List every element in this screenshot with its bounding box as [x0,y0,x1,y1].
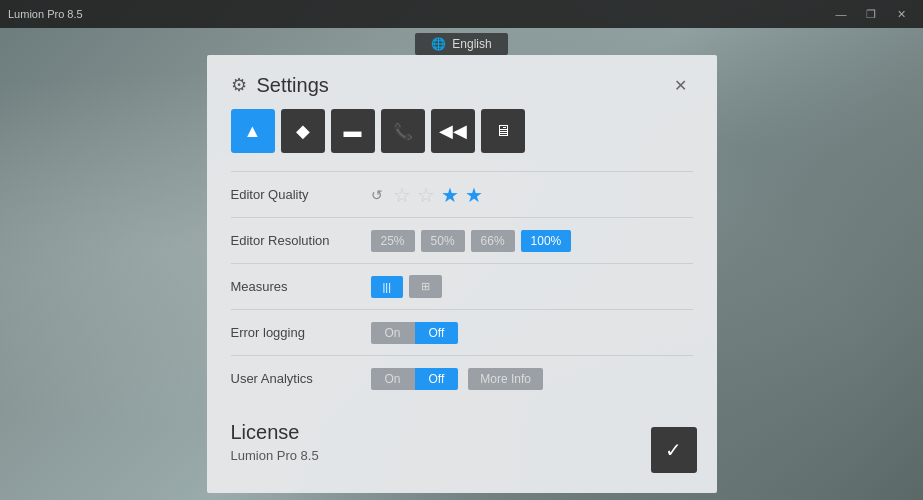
measure-ft-button[interactable]: ⊞ [409,275,442,298]
editor-quality-row: Editor Quality ↺ ☆ ☆ ★ ★ [231,171,693,217]
user-analytics-label: User Analytics [231,371,371,386]
license-section: License Lumion Pro 8.5 [207,401,717,473]
user-analytics-off-button[interactable]: Off [415,368,459,390]
tab-screen[interactable]: ▬ [331,109,375,153]
tab-render[interactable]: ▲ [231,109,275,153]
error-logging-row: Error logging On Off [231,309,693,355]
gear-icon: ⚙ [231,74,247,96]
translate-icon: 🌐 [431,37,446,51]
measures-controls: ||| ⊞ [371,275,443,298]
measure-ft-icon: ⊞ [421,280,430,293]
restore-button[interactable]: ❐ [857,4,885,24]
close-window-button[interactable]: ✕ [887,4,915,24]
display-icon: 🖥 [495,122,511,140]
settings-title-text: Settings [257,74,329,97]
editor-resolution-row: Editor Resolution 25% 50% 66% 100% [231,217,693,263]
res-66-button[interactable]: 66% [471,230,515,252]
measure-m-icon: ||| [383,281,392,293]
minimize-button[interactable]: — [827,4,855,24]
checkmark-icon: ✓ [665,438,682,462]
close-settings-button[interactable]: ✕ [669,73,693,97]
error-logging-on-button[interactable]: On [371,322,415,344]
tab-input[interactable]: 📞 [381,109,425,153]
settings-dialog: ⚙ Settings ✕ ▲ ◆ ▬ 📞 ◀◀ 🖥 Editor Quality [207,55,717,493]
editor-resolution-label: Editor Resolution [231,233,371,248]
user-analytics-toggle: On Off [371,368,459,390]
input-icon: 📞 [393,122,413,141]
language-button[interactable]: 🌐 English [415,33,507,55]
app-title: Lumion Pro 8.5 [8,8,83,20]
star-1[interactable]: ☆ [393,183,411,207]
res-50-button[interactable]: 50% [421,230,465,252]
editor-resolution-controls: 25% 50% 66% 100% [371,230,572,252]
measure-m-button[interactable]: ||| [371,276,404,298]
measures-label: Measures [231,279,371,294]
measures-row: Measures ||| ⊞ [231,263,693,309]
titlebar: Lumion Pro 8.5 — ❐ ✕ [0,0,923,28]
confirm-button[interactable]: ✓ [651,427,697,473]
tab-display[interactable]: 🖥 [481,109,525,153]
settings-header: ⚙ Settings ✕ [207,55,717,109]
user-analytics-row: User Analytics On Off More Info [231,355,693,401]
error-logging-label: Error logging [231,325,371,340]
error-logging-controls: On Off [371,322,459,344]
window-controls: — ❐ ✕ [827,4,915,24]
star-3[interactable]: ★ [441,183,459,207]
tab-sound[interactable]: ◀◀ [431,109,475,153]
editor-quality-controls: ↺ ☆ ☆ ★ ★ [371,183,483,207]
license-name: Lumion Pro 8.5 [231,448,693,463]
tab-import[interactable]: ◆ [281,109,325,153]
settings-body: Editor Quality ↺ ☆ ☆ ★ ★ Editor Resoluti… [207,171,717,401]
star-4[interactable]: ★ [465,183,483,207]
editor-quality-label: Editor Quality [231,187,371,202]
user-analytics-more-info-button[interactable]: More Info [468,368,543,390]
settings-title-group: ⚙ Settings [231,74,329,97]
error-logging-off-button[interactable]: Off [415,322,459,344]
user-analytics-controls: On Off More Info [371,368,544,390]
screen-icon: ▬ [344,121,362,142]
quality-reset-button[interactable]: ↺ [371,187,383,203]
error-logging-toggle: On Off [371,322,459,344]
sound-icon: ◀◀ [439,120,467,142]
render-icon: ▲ [244,121,262,142]
tab-row: ▲ ◆ ▬ 📞 ◀◀ 🖥 [207,109,717,171]
license-title: License [231,421,693,444]
import-icon: ◆ [296,120,310,142]
user-analytics-on-button[interactable]: On [371,368,415,390]
res-25-button[interactable]: 25% [371,230,415,252]
res-100-button[interactable]: 100% [521,230,572,252]
language-label: English [452,37,491,51]
star-2[interactable]: ☆ [417,183,435,207]
